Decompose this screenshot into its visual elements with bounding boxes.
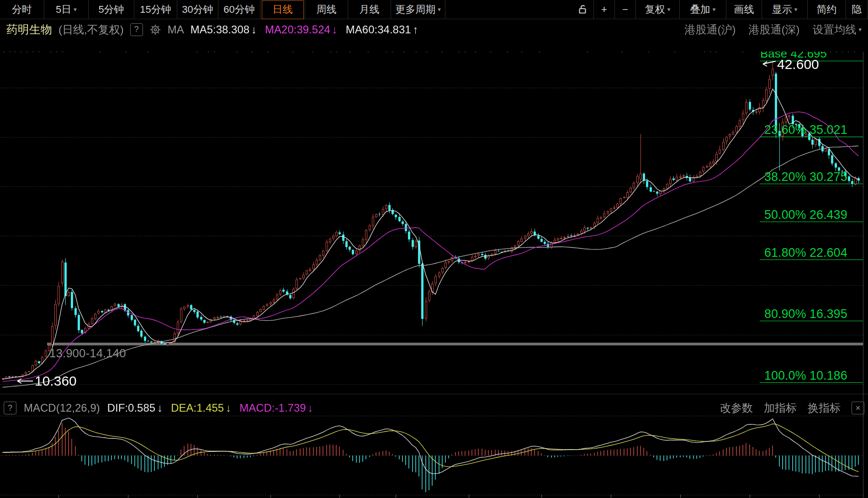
period-tab-5日[interactable]: 5日▾ <box>44 0 89 19</box>
fib-level-label-100.0%: 100.0% 10.186 <box>764 369 847 383</box>
toolbar-button-−[interactable]: − <box>615 0 636 19</box>
toolbar-button-画线[interactable]: 画线 <box>726 0 762 19</box>
gap-range-annotation: 13.900-14.140 <box>49 346 126 360</box>
trend-arrow-icon: ↓ <box>251 23 257 36</box>
symbol-info-bar: 药明生物 (日线,不复权) ? MA MA5:38.308↓MA20:39.52… <box>0 19 868 40</box>
period-tab-更多周期[interactable]: 更多周期▾ <box>391 0 445 19</box>
toolbar-button-简约[interactable]: 简约 <box>808 0 846 19</box>
ma-settings-button[interactable]: 设置均线 ▾ <box>812 22 862 37</box>
period-tab-30分钟[interactable]: 30分钟 <box>177 0 218 19</box>
period-tab-日线[interactable]: 日线 <box>260 0 305 19</box>
trend-arrow-icon: ↓ <box>226 402 231 414</box>
lock-open-icon[interactable] <box>572 0 594 19</box>
chevron-down-icon: ▾ <box>713 6 716 13</box>
high-price-annotation: 42.600 <box>777 57 819 72</box>
fib-level-label-50.00%: 50.00% 26.439 <box>764 208 847 222</box>
chevron-down-icon: ▾ <box>794 6 798 13</box>
indicator-help-icon[interactable]: ? <box>4 402 16 414</box>
ma-group-label: MA <box>168 23 184 36</box>
link-港股通(深)[interactable]: 港股通(深) <box>748 22 799 37</box>
trend-arrow-icon: ↓ <box>157 402 163 414</box>
fib-level-label-80.90%: 80.90% 16.395 <box>764 307 847 321</box>
symbol-name: 药明生物 <box>6 22 52 37</box>
trend-arrow-icon: ↓ <box>308 402 313 414</box>
indicator-value-DEA: DEA:1.455↓ <box>171 402 231 414</box>
trend-arrow-icon: ↓ <box>332 23 338 36</box>
ma-settings-label: 设置均线 <box>812 22 856 37</box>
fib-level-label-38.20%: 38.20% 30.275 <box>764 170 847 184</box>
low-price-annotation: 10.360 <box>35 373 77 389</box>
toolbar-button-叠加[interactable]: 叠加▾ <box>680 0 726 19</box>
toolbar-button-显示[interactable]: 显示▾ <box>762 0 808 19</box>
fib-level-label-61.80%: 61.80% 22.604 <box>764 246 847 260</box>
period-toolbar: 分时5日▾5分钟15分钟30分钟60分钟日线周线月线更多周期▾+−复权▾叠加▾画… <box>0 0 868 19</box>
indicator-action-改参数[interactable]: 改参数 <box>720 401 753 415</box>
period-adjust-label: (日线,不复权) <box>58 22 124 37</box>
ma-value-MA5: MA5:38.308↓ <box>191 23 257 36</box>
indicator-name: MACD(12,26,9) <box>24 402 100 414</box>
help-icon[interactable]: ? <box>130 23 143 36</box>
chevron-down-icon: ▾ <box>667 6 671 13</box>
indicator-value-DIF: DIF:0.585↓ <box>107 402 163 414</box>
chevron-down-icon: ▾ <box>858 26 862 33</box>
gear-icon[interactable] <box>149 24 161 36</box>
toolbar-button-隐[interactable]: 隐 <box>846 0 868 19</box>
period-tab-分时[interactable]: 分时 <box>0 0 44 19</box>
toolbar-spacer <box>445 0 572 19</box>
close-indicator-icon[interactable]: × <box>852 402 864 414</box>
ma-values: MA5:38.308↓MA20:39.524↓MA60:34.831↑ <box>191 23 418 36</box>
trend-arrow-icon: ↑ <box>413 23 418 36</box>
indicator-header-right: 改参数加指标换指标 × <box>720 399 864 417</box>
indicator-header: ? MACD(12,26,9) DIF:0.585↓DEA:1.455↓MACD… <box>0 399 868 417</box>
period-tab-60分钟[interactable]: 60分钟 <box>218 0 260 19</box>
indicator-value-MACD: MACD:-1.739↓ <box>239 402 313 414</box>
ma-value-MA20: MA20:39.524↓ <box>265 23 338 36</box>
indicator-action-换指标[interactable]: 换指标 <box>808 401 841 415</box>
link-港股通(沪)[interactable]: 港股通(沪) <box>685 22 736 37</box>
toolbar-button-复权[interactable]: 复权▾ <box>636 0 680 19</box>
indicator-values: DIF:0.585↓DEA:1.455↓MACD:-1.739↓ <box>107 402 313 414</box>
period-tab-周线[interactable]: 周线 <box>305 0 348 19</box>
period-tab-月线[interactable]: 月线 <box>348 0 391 19</box>
period-tab-15分钟[interactable]: 15分钟 <box>134 0 177 19</box>
stock-chart-window: 分时5日▾5分钟15分钟30分钟60分钟日线周线月线更多周期▾+−复权▾叠加▾画… <box>0 0 868 498</box>
chevron-down-icon: ▾ <box>74 6 77 13</box>
ma-value-MA60: MA60:34.831↑ <box>346 23 418 36</box>
chevron-down-icon: ▾ <box>438 6 441 13</box>
indicator-header-left: ? MACD(12,26,9) DIF:0.585↓DEA:1.455↓MACD… <box>0 402 313 414</box>
toolbar-button-+[interactable]: + <box>594 0 615 19</box>
indicator-action-加指标[interactable]: 加指标 <box>764 401 797 415</box>
main-price-pane[interactable] <box>0 40 868 394</box>
period-tab-5分钟[interactable]: 5分钟 <box>89 0 134 19</box>
symbol-info-right: 港股通(沪)港股通(深) 设置均线 ▾ <box>685 19 862 40</box>
macd-pane[interactable] <box>0 417 868 498</box>
symbol-info-left: 药明生物 (日线,不复权) ? MA MA5:38.308↓MA20:39.52… <box>0 22 418 37</box>
fib-level-label-23.60%: 23.60% 35.021 <box>764 123 847 137</box>
